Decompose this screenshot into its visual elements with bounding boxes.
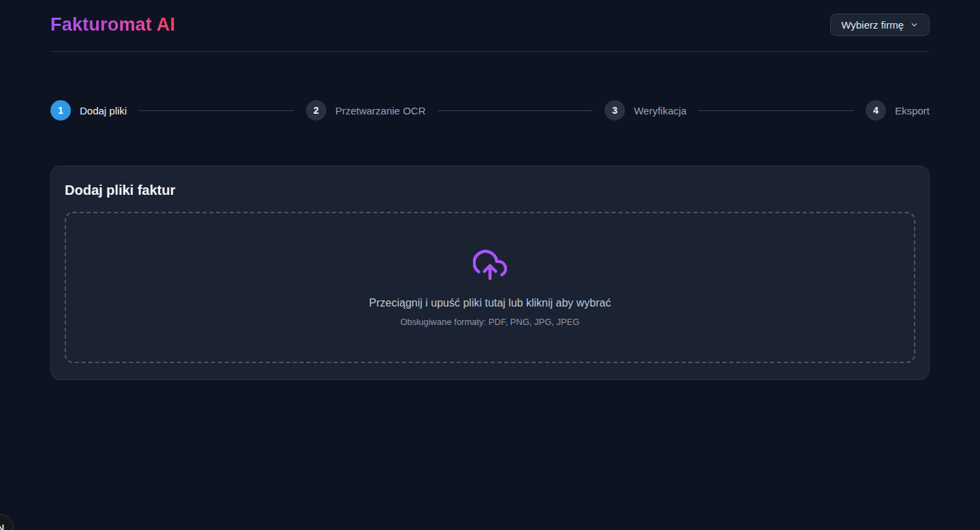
company-select-button[interactable]: Wybierz firmę (830, 14, 930, 36)
chevron-down-icon (910, 20, 919, 29)
step-label: Weryfikacja (634, 105, 686, 116)
card-title: Dodaj pliki faktur (65, 183, 915, 198)
step-number-badge: 1 (50, 100, 71, 121)
cloud-upload-icon (473, 249, 507, 285)
step-label: Eksport (895, 105, 930, 116)
file-dropzone[interactable]: Przeciągnij i upuść pliki tutaj lub klik… (65, 212, 915, 363)
step-number-badge: 4 (866, 100, 886, 121)
step-przetwarzanie-ocr[interactable]: 2 Przetwarzanie OCR (306, 100, 426, 121)
app-header: Fakturomat AI Wybierz firmę (50, 0, 930, 52)
dropzone-main-text: Przeciągnij i upuść pliki tutaj lub klik… (369, 297, 611, 309)
company-select-label: Wybierz firmę (841, 19, 904, 31)
step-connector (438, 110, 592, 111)
dev-indicator-label: N (0, 522, 4, 530)
wizard-stepper: 1 Dodaj pliki 2 Przetwarzanie OCR 3 Wery… (50, 100, 930, 121)
step-dodaj-pliki[interactable]: 1 Dodaj pliki (50, 100, 127, 121)
step-weryfikacja[interactable]: 3 Weryfikacja (604, 100, 686, 121)
dev-indicator-badge[interactable]: N (0, 514, 14, 530)
step-number-badge: 2 (306, 100, 326, 121)
step-label: Przetwarzanie OCR (335, 105, 426, 116)
step-connector (139, 110, 294, 111)
page-container: Fakturomat AI Wybierz firmę 1 Dodaj plik… (50, 0, 930, 380)
step-number-badge: 3 (604, 100, 625, 121)
step-connector (699, 110, 853, 111)
step-label: Dodaj pliki (80, 105, 127, 116)
step-eksport[interactable]: 4 Eksport (866, 100, 930, 121)
upload-card: Dodaj pliki faktur Przeciągnij i upuść p… (50, 166, 930, 380)
dropzone-formats-text: Obsługiwane formaty: PDF, PNG, JPG, JPEG (401, 317, 580, 327)
app-logo: Fakturomat AI (50, 14, 175, 35)
